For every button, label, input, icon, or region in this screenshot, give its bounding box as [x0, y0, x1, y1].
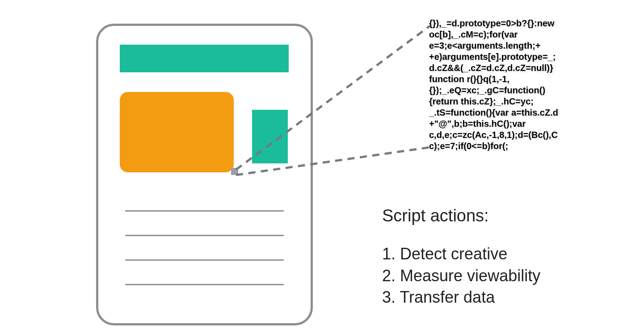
code-line: d.cZ&&(_.cZ=d.cZ,d.cZ=null)}: [429, 62, 559, 74]
list-item-label: Measure viewability: [400, 267, 540, 285]
code-line: c);e=7;if(0<=b)for(;: [429, 141, 559, 152]
phone-mockup: [96, 24, 313, 325]
content-line: [125, 210, 284, 212]
code-line: oc[b],_.cM=c);for(var: [429, 29, 559, 40]
list-item-label: Detect creative: [400, 245, 507, 263]
list-item-number: 2.: [382, 267, 396, 285]
code-line: {return this.cZ};_.hC=yc;: [429, 96, 559, 107]
script-pixel-marker: [231, 168, 238, 175]
code-line: e=3;e<arguments.length;+: [429, 40, 559, 51]
code-line: function r(){}q(1,-1,: [429, 74, 559, 85]
code-snippet: {}),_=d.prototype=0>b?{}:new oc[b],_.cM=…: [429, 18, 559, 152]
content-line: [125, 259, 284, 261]
code-line: {});_.eQ=xc;_.gC=function(): [429, 85, 559, 96]
code-line: {}),_=d.prototype=0>b?{}:new: [429, 18, 559, 29]
code-line: c,d,e;c=zc(Ac,-1,8,1);d=(Bc(),C: [429, 129, 559, 141]
code-line: +e)arguments[e].prototype=_;: [429, 51, 559, 62]
code-line: _.tS=function(){var a=this.cZ.d: [429, 107, 559, 118]
content-line: [125, 235, 284, 236]
ad-creative-block: [120, 92, 234, 172]
list-item: 1. Detect creative: [382, 243, 540, 265]
content-line: [125, 284, 284, 285]
script-actions-heading: Script actions:: [382, 206, 489, 225]
side-widget: [252, 110, 288, 163]
list-item: 3. Transfer data: [382, 287, 540, 308]
page-header-bar: [120, 45, 289, 72]
list-item-number: 3.: [382, 288, 396, 306]
script-actions-list: 1. Detect creative 2. Measure viewabilit…: [382, 243, 540, 308]
list-item-label: Transfer data: [400, 288, 495, 306]
code-line: +"@",b;b=this.hC();var: [429, 118, 559, 129]
list-item-number: 1.: [382, 245, 396, 263]
list-item: 2. Measure viewability: [382, 265, 540, 287]
